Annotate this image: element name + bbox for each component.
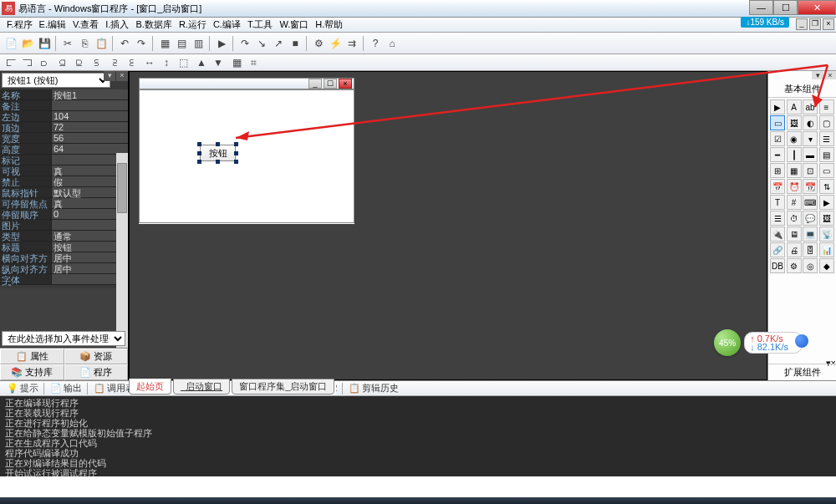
server-tool-icon[interactable]: 🖥 xyxy=(787,227,802,242)
misc-tool-icon[interactable]: ◆ xyxy=(819,258,834,273)
redo-icon[interactable]: ↷ xyxy=(134,36,149,51)
tab-resources[interactable]: 📦 资源 xyxy=(64,349,129,364)
stepover-icon[interactable]: ↷ xyxy=(237,36,252,51)
output-console[interactable]: 正在编译现行程序 正在装载现行程序 正在进行程序初始化 正在给静态变量赋模版初始… xyxy=(0,396,836,476)
odbc-tool-icon[interactable]: DB xyxy=(770,258,785,273)
status-tool-icon[interactable]: ▭ xyxy=(819,163,834,178)
tab-start-window[interactable]: _启动窗口 xyxy=(173,379,230,395)
design-canvas[interactable]: _ ☐ × 按钮 xyxy=(129,71,767,380)
resize-handle-sw[interactable] xyxy=(197,160,201,164)
child-close[interactable]: × xyxy=(823,18,834,30)
hotkey-tool-icon[interactable]: ⌨ xyxy=(803,195,818,210)
serial-tool-icon[interactable]: 🔗 xyxy=(770,242,785,257)
vspacing-icon[interactable]: ⫕ xyxy=(124,55,139,70)
compile-icon[interactable]: ⚙ xyxy=(311,36,326,51)
event-selector[interactable]: 在此处选择加入事件处理子程序 xyxy=(2,331,125,346)
layout1-icon[interactable]: ▦ xyxy=(157,36,172,51)
child-minimize[interactable]: _ xyxy=(796,18,808,30)
cut-icon[interactable]: ✂ xyxy=(60,36,75,51)
richtext-tool-icon[interactable]: T xyxy=(770,195,785,210)
grid-tool-icon[interactable]: ▦ xyxy=(787,163,802,178)
textbox-tool-icon[interactable]: ab xyxy=(803,99,818,115)
run-icon[interactable]: ▶ xyxy=(214,36,229,51)
tab-tool-icon[interactable]: ▤ xyxy=(819,147,834,162)
same-size-icon[interactable]: ⬚ xyxy=(176,55,191,70)
home-icon[interactable]: ⌂ xyxy=(385,36,400,51)
udp-tool-icon[interactable]: 📡 xyxy=(819,227,834,242)
menu-database[interactable]: B.数据库 xyxy=(132,18,175,31)
batch-compile-icon[interactable]: ⇉ xyxy=(344,36,359,51)
tab-program[interactable]: 📄 程序 xyxy=(64,364,129,380)
grid-icon[interactable]: ▦ xyxy=(229,55,244,70)
align-left-icon[interactable]: ⫍ xyxy=(3,55,18,70)
editbox-tool-icon[interactable]: ≡ xyxy=(819,99,834,115)
tab-window-program-set[interactable]: 窗口程序集_启动窗口 xyxy=(232,379,334,395)
report-tool-icon[interactable]: 📊 xyxy=(819,242,834,257)
hslider-tool-icon[interactable]: ━ xyxy=(770,147,785,162)
align-top-icon[interactable]: ⫑ xyxy=(55,55,70,70)
menu-program[interactable]: F.程序 xyxy=(3,18,36,31)
ip-tool-icon[interactable]: # xyxy=(787,195,802,210)
speed-widget[interactable]: 45% ↑ 0.7K/s ↓ 82.1K/s xyxy=(714,329,803,356)
hspacing-icon[interactable]: ⫔ xyxy=(107,55,122,70)
label-tool-icon[interactable]: A xyxy=(787,99,802,115)
panel-close-icon[interactable]: × xyxy=(116,71,128,81)
tab-support-lib[interactable]: 📚 支持库 xyxy=(0,364,64,380)
resize-handle-s[interactable] xyxy=(216,160,220,164)
menu-insert[interactable]: I.插入 xyxy=(102,18,132,31)
menu-window[interactable]: W.窗口 xyxy=(276,18,312,31)
resize-handle-ne[interactable] xyxy=(234,142,238,146)
image-tool-icon[interactable]: 🖼 xyxy=(787,115,802,130)
data-tool-icon[interactable]: 🗄 xyxy=(803,242,818,257)
copy-icon[interactable]: ⎘ xyxy=(77,36,92,51)
vslider-tool-icon[interactable]: ┃ xyxy=(787,147,802,162)
menu-compile[interactable]: C.编译 xyxy=(210,18,244,31)
save-icon[interactable]: 💾 xyxy=(37,36,52,51)
output-tab[interactable]: 📄 输出 xyxy=(47,382,85,395)
resize-handle-se[interactable] xyxy=(234,160,238,164)
menu-run[interactable]: R.运行 xyxy=(176,18,210,31)
shape-tool-icon[interactable]: ◐ xyxy=(803,115,818,130)
ole-tool-icon[interactable]: ◎ xyxy=(803,258,818,273)
combo-tool-icon[interactable]: ▾ xyxy=(803,131,818,146)
help-icon[interactable]: ? xyxy=(368,36,383,51)
close-button[interactable]: ✕ xyxy=(798,0,836,15)
calendar-tool-icon[interactable]: 📆 xyxy=(803,179,818,194)
compile-run-icon[interactable]: ⚡ xyxy=(328,36,343,51)
undo-icon[interactable]: ↶ xyxy=(117,36,132,51)
resize-handle-n[interactable] xyxy=(216,142,220,146)
tab-startup-page[interactable]: 起始页 xyxy=(129,379,171,395)
printer-tool-icon[interactable]: 🖨 xyxy=(787,242,802,257)
menu-help[interactable]: H.帮助 xyxy=(312,18,346,31)
taskbar[interactable] xyxy=(0,497,836,504)
new-icon[interactable]: 📄 xyxy=(3,36,18,51)
resize-handle-e[interactable] xyxy=(234,151,238,155)
panel-pin-icon[interactable]: ▾ xyxy=(104,71,115,81)
same-height-icon[interactable]: ↕ xyxy=(159,55,174,70)
pointer-tool-icon[interactable]: ▶ xyxy=(770,99,785,115)
stepinto-icon[interactable]: ↘ xyxy=(254,36,269,51)
align-right-icon[interactable]: ⫐ xyxy=(37,55,52,70)
paste-icon[interactable]: 📋 xyxy=(94,36,109,51)
time-tool-icon[interactable]: ⏰ xyxy=(787,179,802,194)
clipboard-tab[interactable]: 📋 剪辑历史 xyxy=(345,382,402,395)
send-back-icon[interactable]: ▼ xyxy=(211,55,226,70)
align-bottom-icon[interactable]: ⫓ xyxy=(89,55,104,70)
property-grid[interactable]: 名称按钮1 备注 左边104 顶边72 宽度56 高度64 标记 可视真 禁止假… xyxy=(0,89,128,285)
open-icon[interactable]: 📂 xyxy=(20,36,35,51)
timer-tool-icon[interactable]: ⏱ xyxy=(787,211,802,226)
tab-properties[interactable]: 📋 属性 xyxy=(0,349,64,364)
same-width-icon[interactable]: ↔ xyxy=(142,55,157,70)
object-selector[interactable]: 按钮1 (按钮) xyxy=(2,73,110,88)
comp-panel-close-icon[interactable]: × xyxy=(824,71,836,79)
tree-tool-icon[interactable]: ⊞ xyxy=(770,163,785,178)
form-designer[interactable]: _ ☐ × 按钮 xyxy=(139,78,354,224)
frame-tool-icon[interactable]: ▢ xyxy=(819,115,834,130)
resize-handle-w[interactable] xyxy=(197,151,201,155)
child-restore[interactable]: ❐ xyxy=(809,18,821,30)
layout2-icon[interactable]: ▤ xyxy=(174,36,189,51)
toolbar-tool-icon[interactable]: ⊡ xyxy=(803,163,818,178)
resize-handle-nw[interactable] xyxy=(197,142,201,146)
menu-tools[interactable]: T.工具 xyxy=(244,18,277,31)
extended-components-title[interactable]: 扩展组件 xyxy=(768,364,836,380)
